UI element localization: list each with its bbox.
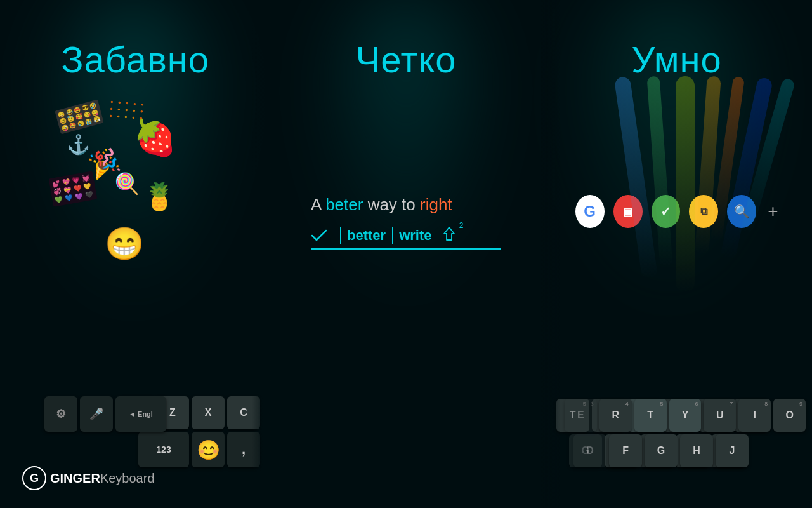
brand-name-bold: GINGER	[50, 471, 100, 485]
light-rays	[609, 76, 799, 330]
branding: G GINGERKeyboard	[22, 466, 155, 490]
arrow-superscript: 2	[459, 221, 464, 230]
right-kb-row-2: D F G H J	[565, 434, 806, 467]
autocorrect-word-1[interactable]: better	[347, 227, 386, 244]
right-fade-left	[541, 0, 560, 508]
anchor-emoji: ⚓	[67, 133, 90, 156]
suggested-word: right	[420, 195, 452, 214]
autocorrect-divider-2	[392, 227, 393, 244]
lollipop-emoji: 🍭	[114, 171, 140, 196]
key-mic[interactable]: 🎤	[80, 396, 113, 432]
key-i-right[interactable]: 8I	[738, 399, 771, 432]
key-123[interactable]: 123	[138, 432, 189, 467]
pineapple-emoji: 🍍	[143, 181, 176, 212]
text-display: A beter way to right better write	[311, 195, 501, 250]
autocorrect-word-2[interactable]: write	[399, 227, 431, 244]
center-fade-bottom	[271, 444, 542, 476]
columns-container: Забавно 😀😂😍😎🤣 😊😇🥰😘😋 😜🤩😢😭😤 🍓 🍍 🎉 ⚓ 🍭	[0, 0, 812, 508]
key-emoji[interactable]: 😊	[192, 432, 225, 467]
autocorrect-divider	[340, 227, 341, 244]
autocorrect-check-icon	[311, 229, 327, 242]
key-t-right[interactable]: 5T	[634, 399, 667, 432]
left-column: Забавно 😀😂😍😎🤣 😊😇🥰😘😋 😜🤩😢😭😤 🍓 🍍 🎉 ⚓ 🍭	[0, 0, 271, 508]
key-e[interactable]: 3E	[565, 399, 597, 432]
key-settings[interactable]: ⚙	[44, 396, 77, 432]
left-keyboard: ↑ Z X C 123 😊 , ⚙ 🎤 ◄ Engl	[38, 396, 266, 470]
laughing-emoji: 😁	[105, 225, 144, 262]
key-g[interactable]: G	[645, 434, 678, 467]
key-c[interactable]: C	[227, 396, 260, 429]
emoji-area: 😀😂😍😎🤣 😊😇🥰😘😋 😜🤩😢😭😤 🍓 🍍 🎉 ⚓ 🍭 💕💖💗💓	[32, 98, 241, 283]
brand-name-regular: Keyboard	[100, 471, 155, 485]
right-column: Умно G ▣ ✓ ⧉	[541, 0, 812, 508]
key-o-right[interactable]: 9O	[773, 399, 806, 432]
key-u-right[interactable]: 7U	[704, 399, 736, 432]
typed-sentence: A beter way to right	[311, 195, 501, 215]
autocorrect-arrow-icon: 2	[440, 225, 458, 246]
key-r[interactable]: 4R	[599, 399, 632, 432]
strawberry-emoji: 🍓	[133, 117, 177, 159]
autocorrect-bar: better write 2	[311, 225, 501, 250]
misspelled-word: beter	[325, 195, 363, 214]
brand-text: GINGERKeyboard	[50, 471, 155, 486]
key-f[interactable]: F	[609, 434, 642, 467]
right-headline: Умно	[631, 38, 721, 81]
right-keyboard: 3E 4R 5T 6Y 7U 8I 9O D F G H J	[565, 399, 806, 470]
key-d[interactable]: D	[573, 434, 606, 467]
key-j-right[interactable]: J	[716, 434, 749, 467]
right-kb-row-1: 3E 4R 5T 6Y 7U 8I 9O	[565, 399, 806, 432]
center-headline: Четко	[356, 38, 457, 81]
google-icon-button[interactable]: G	[575, 195, 605, 228]
key-comma[interactable]: ,	[227, 432, 260, 467]
key-y-right[interactable]: 6Y	[669, 399, 702, 432]
key-x[interactable]: X	[192, 396, 225, 429]
key-lang[interactable]: ◄ Engl	[115, 396, 166, 432]
key-h-right[interactable]: H	[680, 434, 713, 467]
left-headline: Забавно	[62, 38, 210, 81]
ginger-logo: G	[22, 466, 46, 490]
center-column: Четко A beter way to right better write	[271, 0, 542, 508]
